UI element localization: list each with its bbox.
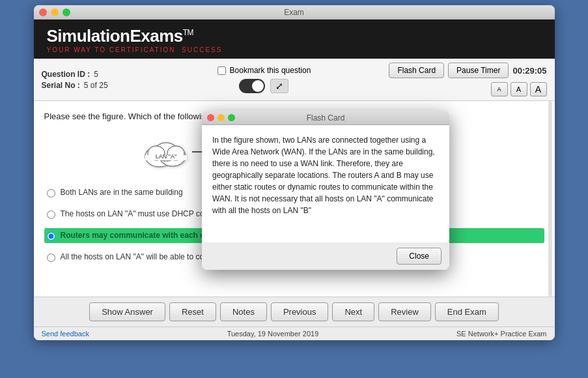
brand-subtitle: YOUR WAY TO CERTIFICATION SUCCESS (47, 46, 542, 53)
answer-radio-4[interactable] (47, 254, 55, 262)
send-feedback-link[interactable]: Send feedback (42, 330, 89, 338)
bookmark-label: Bookmark this question (230, 66, 311, 75)
serial-no-value: 5 of 25 (84, 81, 108, 90)
question-info: Question ID : 5 Serial No : 5 of 25 (42, 70, 139, 90)
window-controls[interactable] (39, 8, 70, 16)
toggle-switch[interactable] (239, 79, 265, 93)
flash-card-close-button[interactable]: Close (397, 248, 441, 265)
toolbar-right: Flash Card Pause Timer 00:29:05 A A A (389, 63, 546, 96)
review-button[interactable]: Review (378, 302, 431, 321)
flash-card-title-bar: Flash Card (202, 111, 449, 125)
font-large-button[interactable]: A (530, 82, 547, 96)
reset-button[interactable]: Reset (169, 302, 216, 321)
answer-radio-2[interactable] (47, 211, 55, 219)
flash-card-close-btn[interactable] (207, 114, 214, 121)
font-small-button[interactable]: A (491, 82, 508, 96)
toolbar: Question ID : 5 Serial No : 5 of 25 Book… (34, 59, 555, 101)
show-answer-button[interactable]: Show Answer (89, 302, 165, 321)
flash-card-footer: Close (202, 242, 449, 270)
end-exam-button[interactable]: End Exam (435, 302, 499, 321)
toolbar-center: Bookmark this question ⤢ (150, 66, 379, 93)
lan-a-cloud: LAN "A" (140, 134, 192, 169)
notes-button[interactable]: Notes (220, 302, 267, 321)
flash-card-max-btn[interactable] (228, 114, 235, 121)
previous-button[interactable]: Previous (271, 302, 329, 321)
lan-a: LAN "A" (140, 134, 192, 171)
answer-radio-1[interactable] (47, 189, 55, 197)
close-button[interactable] (39, 8, 47, 16)
next-button[interactable]: Next (332, 302, 374, 321)
flash-card-body: In the figure shown, two LANs are connec… (202, 125, 449, 242)
status-bar: Send feedback Tuesday, 19 November 2019 … (34, 327, 555, 340)
scroll-indicator[interactable] (548, 101, 552, 297)
timer-display: 00:29:05 (512, 66, 546, 76)
bottom-toolbar: Show Answer Reset Notes Previous Next Re… (34, 297, 555, 327)
answer-text-1: Both LANs are in the same building (61, 188, 183, 197)
flash-card-min-btn[interactable] (217, 114, 225, 121)
expand-button[interactable]: ⤢ (270, 79, 288, 93)
svg-text:LAN "A": LAN "A" (156, 153, 176, 160)
question-id-value: 5 (94, 70, 98, 79)
title-bar: Exam (34, 5, 555, 20)
flash-card-title: Flash Card (307, 113, 345, 123)
serial-no-label: Serial No : (42, 81, 80, 90)
maximize-button[interactable] (63, 8, 70, 16)
status-date: Tuesday, 19 November 2019 (227, 330, 319, 338)
flash-card-button[interactable]: Flash Card (389, 63, 444, 78)
pause-timer-button[interactable]: Pause Timer (448, 63, 509, 78)
font-medium-button[interactable]: A (511, 82, 527, 96)
app-header: SimulationExamsTM YOUR WAY TO CERTIFICAT… (34, 20, 555, 59)
minimize-button[interactable] (51, 8, 59, 16)
question-id-label: Question ID : (42, 70, 91, 79)
flash-card-modal: Flash Card In the figure shown, two LANs… (202, 111, 449, 270)
flash-card-controls[interactable] (207, 114, 235, 121)
brand-title: SimulationExamsTM (47, 26, 542, 46)
exam-name: SE Network+ Practice Exam (456, 330, 546, 338)
answer-radio-3[interactable] (47, 232, 55, 240)
flash-card-text: In the figure shown, two LANs are connec… (212, 136, 435, 215)
window-title: Exam (284, 8, 304, 17)
bookmark-checkbox[interactable] (217, 66, 226, 75)
